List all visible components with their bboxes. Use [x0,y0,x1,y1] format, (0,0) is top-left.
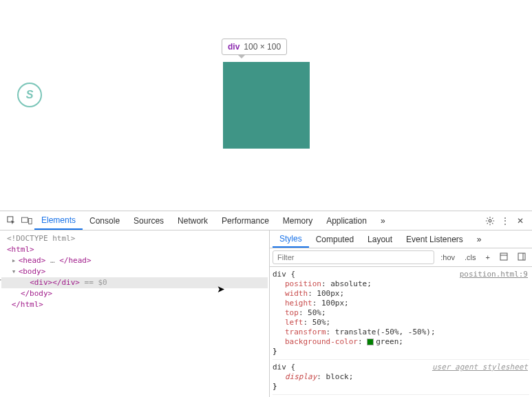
svg-rect-4 [500,253,507,260]
stab-layout[interactable]: Layout [361,230,399,248]
tabs-overflow-icon[interactable]: » [374,211,392,230]
css-rules-list[interactable]: div { position.html:9 position: absolute… [270,267,532,397]
svg-rect-6 [518,253,525,260]
tab-performance[interactable]: Performance [215,211,276,230]
styles-pane: Styles Computed Layout Event Listeners »… [270,230,532,397]
tab-application[interactable]: Application [319,211,374,230]
close-icon[interactable]: ✕ [513,213,528,228]
stab-styles[interactable]: Styles [273,230,309,248]
tab-console[interactable]: Console [83,211,127,230]
new-rule-button[interactable]: + [482,252,493,263]
selected-node[interactable]: <div></div> == $0 [1,277,268,288]
device-toolbar-icon[interactable] [19,213,34,228]
element-tooltip: div 100 × 100 [222,39,287,55]
tooltip-tag: div [228,42,240,52]
inspect-icon[interactable] [4,213,19,228]
tooltip-dimensions: 100 × 100 [244,42,281,52]
settings-icon[interactable] [482,213,498,228]
svg-point-3 [489,219,491,222]
devtools-panel: Elements Console Sources Network Perform… [0,211,532,397]
tab-network[interactable]: Network [171,211,215,230]
rule-user-agent[interactable]: div { user agent stylesheet display: blo… [273,363,529,395]
rule-source-link[interactable]: position.html:9 [460,270,528,279]
cls-button[interactable]: .cls [461,252,480,263]
page-viewport: S div 100 × 100 [0,0,532,211]
gutter-icon: ⋯ [0,275,1,286]
tab-memory[interactable]: Memory [276,211,319,230]
color-swatch[interactable] [367,339,374,345]
svg-rect-1 [21,217,28,222]
ua-stylesheet-label: user agent stylesheet [432,363,528,372]
stab-computed[interactable]: Computed [309,230,361,248]
styles-filter-input[interactable] [273,250,434,264]
devtools-tabbar: Elements Console Sources Network Perform… [0,211,532,230]
hov-button[interactable]: :hov [437,252,458,263]
stab-events[interactable]: Event Listeners [399,230,470,248]
kebab-menu-icon[interactable]: ⋮ [498,213,513,228]
computed-toggle-icon[interactable] [496,251,511,264]
stabs-overflow-icon[interactable]: » [470,230,489,248]
svg-rect-2 [29,218,32,224]
tab-elements[interactable]: Elements [34,211,83,230]
logo-badge: S [17,83,42,107]
tab-sources[interactable]: Sources [127,211,171,230]
rule-author[interactable]: div { position.html:9 position: absolute… [273,270,529,360]
dom-tree[interactable]: ⋯ <!DOCTYPE html> <html> ▸<head> … </hea… [0,230,270,397]
inspected-div[interactable] [223,62,310,149]
sidebar-toggle-icon[interactable] [514,251,529,264]
